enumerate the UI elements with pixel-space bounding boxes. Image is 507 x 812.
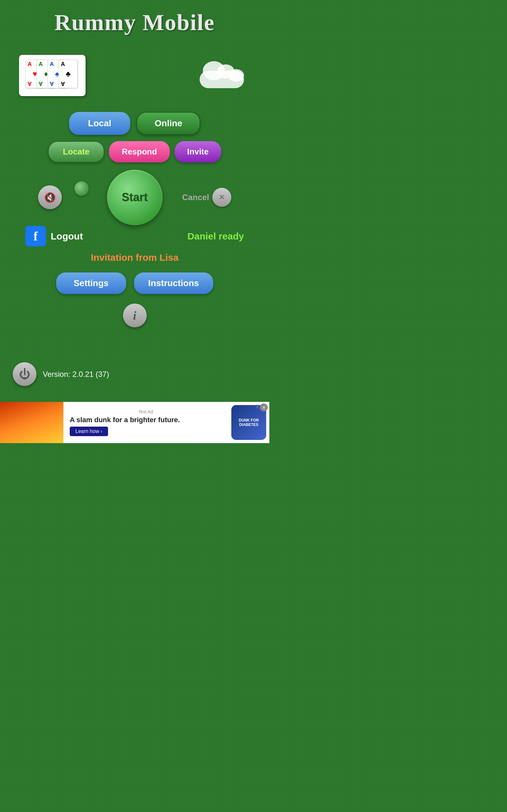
mute-button[interactable]: 🔇	[38, 186, 62, 209]
facebook-logout[interactable]: f Logout	[25, 226, 83, 247]
version-text: Version: 2.0.21 (37)	[43, 370, 109, 379]
ad-close-button[interactable]: ✕	[260, 403, 268, 411]
ad-main-text: A slam dunk for a brighter future.	[70, 416, 222, 424]
power-icon: ⏻	[19, 368, 31, 381]
cancel-x-icon: ✕	[219, 193, 225, 202]
facebook-icon: f	[25, 226, 46, 247]
ad-test-label: Test Ad	[70, 409, 222, 414]
cards-image: A ♥ A A ♦ A A ♠ A A ♣ A	[19, 55, 86, 96]
ad-info-icon[interactable]: ℹ	[257, 403, 258, 409]
instructions-button[interactable]: Instructions	[134, 272, 213, 294]
ad-banner: 🏀 Test Ad A slam dunk for a brighter fut…	[0, 402, 269, 443]
mute-icon: 🔇	[44, 192, 56, 203]
info-icon: i	[133, 309, 136, 322]
svg-rect-0	[0, 402, 63, 443]
svg-text:🏀: 🏀	[9, 414, 14, 419]
invite-button[interactable]: Invite	[175, 141, 222, 162]
start-button[interactable]: Start	[107, 170, 163, 225]
cancel-label: Cancel	[182, 193, 209, 202]
info-button[interactable]: i	[123, 304, 147, 327]
settings-button[interactable]: Settings	[56, 272, 126, 294]
locate-button[interactable]: Locate	[48, 141, 105, 162]
power-button[interactable]: ⏻	[13, 362, 37, 386]
invitation-text: Invitation from Lisa	[91, 252, 179, 263]
respond-button[interactable]: Respond	[109, 141, 170, 162]
online-button[interactable]: Online	[136, 112, 200, 135]
ad-content: Test Ad A slam dunk for a brighter futur…	[63, 406, 228, 439]
local-button[interactable]: Local	[69, 112, 130, 135]
small-dot-decoration	[74, 182, 89, 196]
logout-label[interactable]: Logout	[51, 231, 83, 242]
player-status: Daniel ready	[187, 231, 244, 242]
ad-learn-more-button[interactable]: Learn how ›	[70, 426, 108, 436]
svg-rect-2	[0, 421, 63, 443]
cancel-button[interactable]: ✕	[212, 188, 231, 207]
app-title: Rummy Mobile	[0, 0, 269, 42]
svg-point-1	[8, 416, 30, 438]
ad-image: 🏀	[0, 402, 63, 443]
cloud-decoration	[193, 63, 250, 88]
